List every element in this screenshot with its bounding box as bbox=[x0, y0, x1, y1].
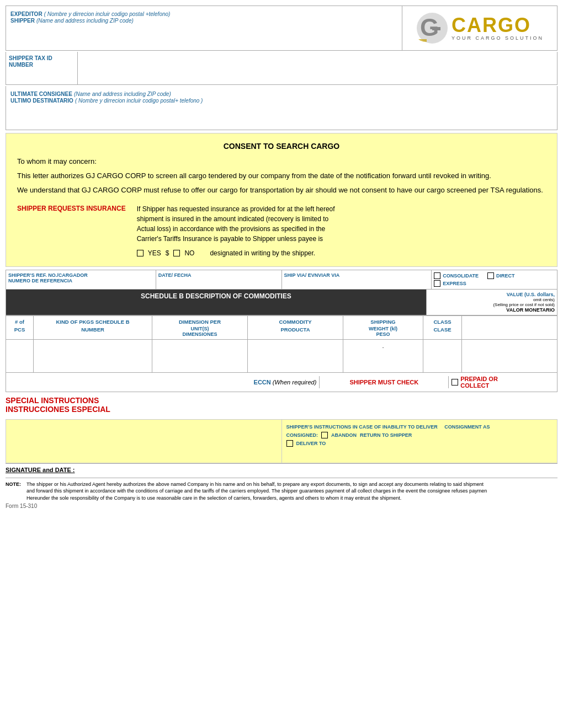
shipper-note: (Name and address including ZIP code) bbox=[36, 18, 134, 24]
consolidate-option[interactable]: CONSOLIDATE DIRECT bbox=[434, 272, 555, 279]
col-commodity-header: COMMODITY PRODUCTA bbox=[248, 316, 343, 339]
shipping-info-row: SHIPPER'S REF. NO./CARGADOR NUMERO DE RE… bbox=[6, 270, 557, 289]
consent-section: CONSENT TO SEARCH CARGO To whom it may c… bbox=[6, 133, 557, 267]
express-checkbox[interactable] bbox=[434, 280, 440, 287]
company-logo: G CARGO YOUR CARGO SOLUTION bbox=[416, 12, 544, 45]
consigned-label: CONSIGNED: bbox=[286, 432, 318, 438]
direct-label: DIRECT bbox=[496, 273, 515, 279]
col-value-data-header bbox=[462, 316, 557, 339]
yes-checkbox[interactable] bbox=[137, 250, 144, 256]
no-checkbox[interactable] bbox=[173, 250, 180, 256]
signature-label: SIGNATURE and DATE : bbox=[6, 467, 75, 473]
value-cell[interactable] bbox=[462, 340, 557, 372]
prepaid-collect-field: PREPAID OR COLLECT bbox=[449, 373, 557, 392]
consignment-label: CONSIGNMENT AS bbox=[444, 424, 490, 430]
date-label: DATE/ FECHA bbox=[158, 272, 279, 278]
express-option[interactable]: EXPRESS bbox=[434, 280, 555, 287]
deliver-label: DELIVER TO bbox=[296, 441, 326, 446]
consent-title: CONSENT TO SEARCH CARGO bbox=[17, 142, 546, 151]
note-label: NOTE: bbox=[6, 481, 21, 502]
col-dimension-header: DIMENSION PER UNIT(S) DIMENSIONES bbox=[152, 316, 248, 339]
schedule-table: SCHEDULE B DESCRIPTION OF COMMODITIES VA… bbox=[6, 289, 557, 392]
prepaid-label: PREPAID OR bbox=[460, 376, 498, 382]
bottom-left bbox=[6, 420, 282, 463]
g-logo-icon: G bbox=[416, 12, 449, 45]
col-kind-header: KIND OF PKGS SCHEDULE B NUMBER bbox=[34, 316, 152, 339]
destinatario-label: ULTIMO DESTINATARIO bbox=[10, 98, 73, 104]
abandon-label: ABANDON bbox=[331, 432, 357, 438]
deliver-checkbox[interactable] bbox=[286, 440, 293, 447]
return-label: RETURN TO SHIPPER bbox=[360, 432, 412, 438]
consent-para2: This letter authorizes GJ CARGO CORP to … bbox=[17, 170, 546, 182]
table-row[interactable]: . bbox=[6, 339, 557, 372]
eccn-field: ECCN (When required) bbox=[6, 376, 320, 388]
express-label: EXPRESS bbox=[443, 281, 466, 286]
special-instructions-title1: SPECIAL INSTRUCTIONS bbox=[6, 396, 557, 405]
consignee-note1: (Name and address including ZIP code) bbox=[74, 91, 171, 97]
logo-area: G CARGO YOUR CARGO SOLUTION bbox=[402, 6, 557, 50]
consolidate-checkbox[interactable] bbox=[434, 272, 440, 279]
value-header: VALUE (U.S. dollars, omit cents) (Sellin… bbox=[426, 290, 557, 315]
svg-rect-2 bbox=[432, 27, 440, 30]
eccn-label: ECCN bbox=[254, 379, 271, 386]
column-headers: # of PCS KIND OF PKGS SCHEDULE B NUMBER … bbox=[6, 315, 557, 339]
note-text: The shipper or his Authorized Agent here… bbox=[26, 481, 487, 502]
expeditor-note: ( Nombre y dirrecion incluir codigo post… bbox=[44, 11, 171, 17]
ref-label: SHIPPER'S REF. NO./CARGADOR NUMERO DE RE… bbox=[8, 272, 153, 283]
tax-id-label: SHIPPER TAX ID NUMBER bbox=[6, 52, 78, 84]
shipper-label: SHIPPER bbox=[10, 18, 35, 24]
cargo-wordmark: CARGO bbox=[452, 15, 544, 35]
no-label: NO bbox=[184, 248, 194, 258]
col-class-header: CLASS CLASE bbox=[423, 316, 462, 339]
ship-via-field: SHIP VIA/ EVNVIAR VIA bbox=[282, 270, 432, 289]
designated-text: designated in writing by the shipper. bbox=[210, 248, 315, 258]
schedule-header: SCHEDULE B DESCRIPTION OF COMMODITIES bbox=[6, 290, 426, 315]
consent-para1: To whom it may concern: bbox=[17, 156, 546, 168]
eccn-note: (When required) bbox=[273, 379, 316, 386]
shipper-check-label: SHIPPER MUST CHECK bbox=[349, 379, 418, 386]
class-cell[interactable] bbox=[423, 340, 462, 372]
shipper-must-check: SHIPPER MUST CHECK bbox=[320, 376, 449, 388]
insurance-text: If Shipper has requested insurance as pr… bbox=[137, 204, 546, 258]
delivery-instructions-label: SHIPPER'S INSTRUCTIONS IN CASE OF INABIL… bbox=[286, 424, 438, 430]
note-section: NOTE: The shipper or his Authorized Agen… bbox=[6, 481, 557, 502]
consignee-field: ULTIMATE CONSIGNEE (Name and address inc… bbox=[6, 86, 557, 130]
dimension-cell[interactable] bbox=[152, 340, 248, 372]
special-instructions: SPECIAL INSTRUCTIONS INSTRUCCIONES ESPEC… bbox=[6, 393, 557, 416]
consent-para3: We understand that GJ CARGO CORP must re… bbox=[17, 185, 546, 196]
collect-label: COLLECT bbox=[460, 382, 498, 389]
commodity-cell[interactable] bbox=[248, 340, 343, 372]
yes-no-row: YES $ NO designated in writing by the sh… bbox=[137, 248, 546, 258]
ship-via-label: SHIP VIA/ EVNVIAR VIA bbox=[284, 272, 429, 278]
prepaid-checkbox[interactable] bbox=[452, 379, 458, 386]
tax-id-input[interactable] bbox=[78, 52, 557, 84]
insurance-section: SHIPPER REQUESTS INSURANCE If Shipper ha… bbox=[17, 204, 546, 258]
kind-cell[interactable] bbox=[34, 340, 152, 372]
logo-text: CARGO YOUR CARGO SOLUTION bbox=[452, 15, 544, 41]
ship-options: CONSOLIDATE DIRECT EXPRESS bbox=[432, 270, 557, 289]
table-footer: ECCN (When required) SHIPPER MUST CHECK … bbox=[6, 372, 557, 392]
tax-id-text: SHIPPER TAX ID NUMBER bbox=[9, 55, 52, 68]
date-field: DATE/ FECHA bbox=[156, 270, 282, 289]
pcs-cell[interactable] bbox=[6, 340, 34, 372]
insurance-label: SHIPPER REQUESTS INSURANCE bbox=[17, 204, 126, 258]
bottom-section: SHIPPER'S INSTRUCTIONS IN CASE OF INABIL… bbox=[6, 419, 557, 463]
col-weight-header: SHIPPING WEIGHT (kl) PESO bbox=[343, 316, 423, 339]
expeditor-label: EXPEDITOR bbox=[10, 11, 43, 17]
weight-cell[interactable]: . bbox=[343, 340, 423, 372]
yes-label: YES bbox=[148, 248, 161, 258]
col-pcs-header: # of PCS bbox=[6, 316, 34, 339]
bottom-right-instructions: SHIPPER'S INSTRUCTIONS IN CASE OF INABIL… bbox=[282, 420, 557, 463]
shipper-ref-field: SHIPPER'S REF. NO./CARGADOR NUMERO DE RE… bbox=[6, 270, 156, 289]
signature-section: SIGNATURE and DATE : bbox=[6, 463, 557, 476]
logo-tagline: YOUR CARGO SOLUTION bbox=[452, 35, 544, 41]
abandon-checkbox[interactable] bbox=[321, 432, 328, 438]
consolidate-label: CONSOLIDATE bbox=[443, 273, 479, 279]
consent-body: To whom it may concern: This letter auth… bbox=[17, 156, 546, 196]
shipper-address-field: EXPEDITOR ( Nombre y dirrecion incluir c… bbox=[6, 6, 402, 50]
destinatario-note: ( Nombre y dirrecion incluir codigo post… bbox=[75, 98, 203, 104]
consignee-label: ULTIMATE CONSIGNEE bbox=[10, 91, 72, 97]
direct-checkbox[interactable] bbox=[487, 272, 494, 279]
special-instructions-title2: INSTRUCCIONES ESPECIAL bbox=[6, 405, 557, 414]
dollar-label: $ bbox=[166, 248, 169, 258]
